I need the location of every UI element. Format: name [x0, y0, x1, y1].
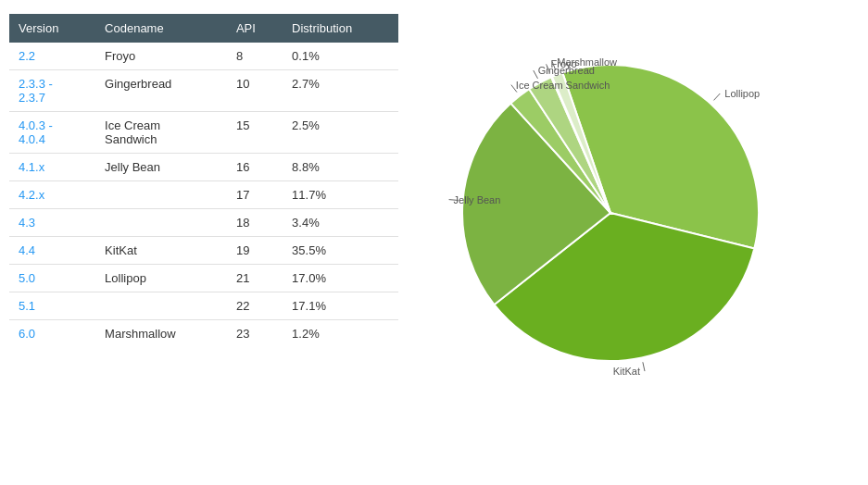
- pie-chart-svg: LollipopKitKatJelly BeanIce Cream Sandwi…: [434, 19, 824, 407]
- svg-line-1: [642, 362, 644, 371]
- col-header-version: Version: [9, 14, 95, 43]
- cell-api: 19: [227, 237, 283, 265]
- cell-codename: [95, 292, 227, 320]
- cell-api: 23: [227, 320, 283, 348]
- cell-version: 2.3.3 -2.3.7: [9, 70, 95, 112]
- cell-version: 4.4: [9, 237, 95, 265]
- cell-api: 21: [227, 265, 283, 292]
- data-table-panel: Version Codename API Distribution 2.2Fro…: [9, 9, 398, 347]
- table-row: 4.3183.4%: [9, 209, 398, 237]
- cell-api: 16: [227, 154, 283, 181]
- pie-chart-container: LollipopKitKatJelly BeanIce Cream Sandwi…: [434, 19, 824, 407]
- pie-label-kitkat: KitKat: [612, 366, 639, 377]
- cell-version: 2.2: [9, 43, 95, 70]
- table-row: 2.2Froyo80.1%: [9, 43, 398, 70]
- pie-label-ice-cream-sandwich: Ice Cream Sandwich: [515, 80, 609, 91]
- cell-version: 4.2.x: [9, 181, 95, 209]
- cell-distribution: 17.0%: [283, 265, 398, 292]
- cell-version: 5.1: [9, 292, 95, 320]
- cell-codename: Marshmallow: [95, 320, 227, 348]
- cell-codename: [95, 181, 227, 209]
- cell-api: 10: [227, 70, 283, 112]
- table-row: 5.0Lollipop2117.0%: [9, 265, 398, 292]
- cell-distribution: 11.7%: [283, 181, 398, 209]
- svg-line-0: [713, 93, 720, 100]
- cell-version: 4.3: [9, 209, 95, 237]
- cell-codename: Gingerbread: [95, 70, 227, 112]
- cell-codename: Lollipop: [95, 265, 227, 292]
- cell-api: 18: [227, 209, 283, 237]
- cell-version: 4.0.3 -4.0.4: [9, 112, 95, 154]
- table-row: 2.3.3 -2.3.7Gingerbread102.7%: [9, 70, 398, 112]
- pie-chart-panel: LollipopKitKatJelly BeanIce Cream Sandwi…: [398, 9, 859, 407]
- table-row: 5.12217.1%: [9, 292, 398, 320]
- cell-distribution: 2.5%: [283, 112, 398, 154]
- cell-distribution: 2.7%: [283, 70, 398, 112]
- col-header-codename: Codename: [95, 14, 227, 43]
- table-row: 6.0Marshmallow231.2%: [9, 320, 398, 348]
- pie-label-jelly-bean: Jelly Bean: [453, 194, 500, 205]
- table-row: 4.2.x1711.7%: [9, 181, 398, 209]
- cell-api: 17: [227, 181, 283, 209]
- table-row: 4.1.xJelly Bean168.8%: [9, 154, 398, 181]
- pie-label-lollipop: Lollipop: [724, 88, 760, 99]
- pie-label-marshmallow: Marshmallow: [557, 56, 617, 68]
- col-header-api: API: [227, 14, 283, 43]
- cell-version: 6.0: [9, 320, 95, 348]
- android-distribution-table: Version Codename API Distribution 2.2Fro…: [9, 14, 398, 347]
- table-row: 4.4KitKat1935.5%: [9, 237, 398, 265]
- cell-distribution: 3.4%: [283, 209, 398, 237]
- cell-api: 15: [227, 112, 283, 154]
- cell-api: 22: [227, 292, 283, 320]
- cell-distribution: 1.2%: [283, 320, 398, 348]
- cell-codename: [95, 209, 227, 237]
- cell-distribution: 35.5%: [283, 237, 398, 265]
- cell-distribution: 0.1%: [283, 43, 398, 70]
- cell-codename: Ice CreamSandwich: [95, 112, 227, 154]
- cell-codename: Jelly Bean: [95, 154, 227, 181]
- cell-version: 5.0: [9, 265, 95, 292]
- cell-api: 8: [227, 43, 283, 70]
- cell-distribution: 17.1%: [283, 292, 398, 320]
- table-row: 4.0.3 -4.0.4Ice CreamSandwich152.5%: [9, 112, 398, 154]
- cell-codename: KitKat: [95, 237, 227, 265]
- col-header-distribution: Distribution: [283, 14, 398, 43]
- cell-codename: Froyo: [95, 43, 227, 70]
- cell-distribution: 8.8%: [283, 154, 398, 181]
- cell-version: 4.1.x: [9, 154, 95, 181]
